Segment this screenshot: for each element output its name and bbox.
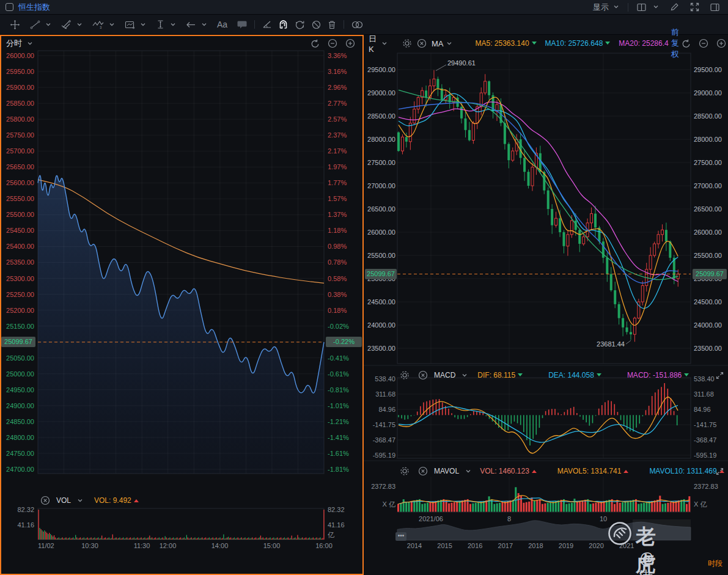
adjust-mode-button[interactable]: 前复权 [671,27,679,60]
chevron-down-icon[interactable] [106,17,117,32]
price-axis-label: 25250.00 [2,290,34,299]
price-axis-label: 24500.00 [694,297,722,307]
percent-axis-label: -1.41% [328,433,349,442]
ma10-value[interactable]: MA10: 25726.648 [545,39,603,48]
daily-panel[interactable]: 日K MA MA5: 25363.140 MA10: 25726.648 MA2… [364,35,728,575]
title-bar: 恒生指数 显示 [0,0,728,15]
delete-drawings-icon[interactable] [325,17,339,32]
ma20-value[interactable]: MA20: 25286.4 [619,39,668,48]
price-axis-label: 25750.00 [2,130,34,140]
reset-zoom-icon[interactable] [308,36,322,51]
move-tool-icon[interactable] [7,17,23,32]
tab-session[interactable]: 时段 [708,559,722,569]
price-axis-label: 24000.00 [694,320,722,330]
percent-axis-label: 3.16% [328,67,347,76]
vol-indicator-label[interactable]: VOL [56,496,71,505]
price-axis-label: 26000.00 [694,227,722,237]
display-menu[interactable]: 显示 [593,0,622,15]
right-panel-icon[interactable] [708,0,722,15]
zoom-in-icon[interactable] [714,36,728,51]
trendline-tool-icon[interactable] [28,17,43,32]
macd-scale-label: -595.19 [365,450,395,460]
vol-scale-label: 82.32 [328,505,345,515]
time-axis-label: 10:30 [81,542,98,549]
period-selector[interactable]: 日K [369,34,377,54]
chevron-down-icon[interactable] [24,36,35,51]
mavol5-value[interactable]: MAVOL5: 1314.741 [557,467,622,475]
chevron-down-icon[interactable] [74,17,85,32]
dif-value[interactable]: DIF: 68.115 [477,371,515,379]
zoom-in-icon[interactable] [343,36,358,51]
period-selector[interactable]: 分时 [6,38,22,49]
zoom-out-icon[interactable] [325,36,340,51]
price-axis-label: 24950.00 [2,385,34,395]
percent-axis-label: 1.77% [328,178,347,188]
macd-scale-label: -141.75 [694,420,716,430]
layout-menu[interactable] [634,0,661,15]
wave-tool-icon[interactable]: 3 [90,17,106,32]
gear-icon[interactable] [400,36,414,51]
zoom-out-icon[interactable] [696,36,711,51]
percent-axis-label: 1.18% [328,225,347,235]
edit-icon[interactable] [667,0,682,15]
chevron-down-icon[interactable] [138,17,149,32]
close-indicator-icon[interactable] [416,368,430,383]
price-axis-label: 25000.00 [2,369,34,379]
expand-mavol-icon[interactable] [713,464,726,478]
pitchfork-tool-icon[interactable] [59,17,74,32]
reset-zoom-icon[interactable] [679,36,693,51]
vol-value: VOL: 9.492 [94,496,131,505]
chevron-down-icon[interactable] [379,36,390,51]
price-axis-label: 25800.00 [2,114,34,124]
date-axis-label: 2021/06 [419,515,443,522]
page-title[interactable]: 恒生指数 [18,2,50,13]
mavol10-value[interactable]: MAVOL10: 1311.469 [649,467,716,475]
close-indicator-icon[interactable] [38,493,53,508]
vol-scale-label: 41.16 [2,520,34,530]
expand-macd-icon[interactable] [713,368,726,383]
arrow-mark-tool-icon[interactable] [183,17,199,32]
close-indicator-icon[interactable] [416,464,430,478]
price-axis-label: 26500.00 [694,204,722,214]
magnet-tool-icon[interactable] [276,17,290,32]
measure-tool-icon[interactable] [153,17,167,32]
macd-value[interactable]: MACD: -151.886 [627,371,682,379]
intraday-panel[interactable]: 分时 26000.0025950.0025900.0025850.0025800… [0,35,364,575]
continuous-draw-icon[interactable] [292,17,307,32]
time-axis-label: 16:00 [315,542,333,549]
mavol-scale-label: 2372.83 [365,482,395,491]
chevron-down-icon[interactable] [199,17,210,32]
chevron-down-icon[interactable] [463,464,474,478]
percent-axis-label: 0.98% [328,241,347,251]
chevron-down-icon[interactable] [167,17,178,32]
down-triangle-icon [605,42,610,47]
price-axis-label: 24850.00 [2,417,34,427]
macd-subpanel-header: MACD DIF: 68.115 DEA: 144.058 MACD: -151… [397,368,697,383]
gear-icon[interactable] [397,368,412,383]
fullscreen-icon[interactable] [688,0,702,15]
percent-axis-label: 2.37% [328,130,347,140]
mavol-indicator-label[interactable]: MAVOL [434,467,459,475]
comment-tool-icon[interactable] [235,17,249,32]
macd-indicator-label[interactable]: MACD [434,371,455,379]
vol-value[interactable]: VOL: 1460.123 [480,467,529,475]
gear-icon[interactable] [397,464,412,478]
ma-indicator-label[interactable]: MA [432,39,444,48]
ma5-value[interactable]: MA5: 25363.140 [476,39,529,48]
compare-tool-icon[interactable] [349,17,366,32]
text-tool-icon[interactable]: Aa [215,17,230,32]
down-triangle-icon [597,373,601,379]
price-axis-label: 26500.00 [365,204,395,214]
chevron-down-icon[interactable] [75,493,86,508]
hide-drawings-icon[interactable] [309,17,323,32]
pattern-tool-icon[interactable] [122,17,138,32]
angle-tool-icon[interactable] [260,17,274,32]
percent-axis-label: -1.81% [328,464,349,474]
close-indicator-icon[interactable] [414,36,429,51]
chevron-down-icon[interactable] [43,17,54,32]
chevron-down-icon[interactable] [444,36,455,51]
percent-axis-label: 2.17% [328,146,347,156]
navigator-handle[interactable]: ••• [395,532,406,541]
dea-value[interactable]: DEA: 144.058 [548,371,594,379]
chevron-down-icon[interactable] [459,368,470,383]
